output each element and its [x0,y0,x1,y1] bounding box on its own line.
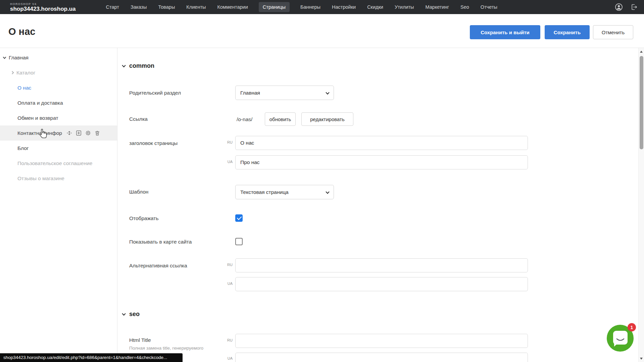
link-label: Ссылка [129,116,148,122]
display-label: Отображать [129,215,159,221]
tree-item-blog[interactable]: Блог [0,141,117,156]
select-chevron-icon [326,91,329,94]
template-select[interactable]: Текстовая страница [235,185,334,199]
scroll-up-arrow-icon[interactable] [640,51,643,53]
add-page-icon[interactable] [76,130,82,136]
menu-item-banners[interactable]: Баннеры [300,2,321,12]
account-icon[interactable] [614,3,623,11]
tree-item-home[interactable]: Главная [0,50,117,65]
chat-widget-button[interactable]: 1 [607,325,634,352]
chat-bubble-icon [613,331,628,345]
menu-item-reports[interactable]: Отчеты [480,2,498,12]
save-button[interactable]: Сохранить [545,25,590,39]
top-navigation-bar: HOROSHOP V4 shop34423.horoshop.ua Старт … [0,0,644,14]
brand-domain: shop34423.horoshop.ua [10,6,76,12]
link-refresh-button[interactable]: обновить [265,112,296,126]
main-menu: Старт Заказы Товары Клиенты Комментарии … [105,2,498,12]
pages-tree-sidebar: Главная Каталог О нас Оплата и доставка … [0,48,117,362]
menu-item-utilities[interactable]: Утилиты [394,2,415,12]
chat-unread-badge: 1 [628,323,636,331]
chevron-right-icon[interactable] [11,71,14,74]
tree-item-user-agreement[interactable]: Пользовательское соглашение [0,156,117,171]
html-title-hint: Полная замена title, генерируемого [129,346,203,351]
tree-item-store-reviews[interactable]: Отзывы о магазине [0,171,117,186]
save-and-exit-button[interactable]: Сохранить и выйти [470,25,540,39]
sitemap-label: Показывать в карте сайта [129,239,192,245]
lang-badge-ru: RU [221,338,233,342]
page-title-ru-input[interactable] [235,136,528,150]
menu-item-comments[interactable]: Комментарии [216,2,248,12]
menu-item-start[interactable]: Старт [105,2,120,12]
tree-item-exchange-return[interactable]: Обмен и возврат [0,110,117,125]
menu-item-settings[interactable]: Настройки [331,2,356,12]
brand-logo[interactable]: HOROSHOP V4 shop34423.horoshop.ua [10,3,76,12]
html-title-ua-input[interactable] [235,353,528,362]
parent-section-label: Родительский раздел [129,90,181,96]
lang-badge-ua: UA [221,281,233,286]
lang-badge-ru: RU [221,263,233,267]
parent-section-select[interactable]: Главная [235,86,334,100]
lang-badge-ru: RU [221,140,233,144]
browser-status-url: shop34423.horoshop.ua/edit/edit.php?id=6… [0,353,183,362]
tree-row-actions [66,130,100,136]
select-chevron-icon [326,190,329,194]
move-icon[interactable] [66,130,72,136]
template-label: Шаблон [129,189,148,195]
scroll-down-arrow-icon[interactable] [640,358,643,360]
page-title-ua-input[interactable] [235,155,528,169]
link-path: /o-nas/ [237,116,252,122]
section-common[interactable]: common [122,62,154,69]
alt-link-label: Альтернативная ссылка [129,263,187,269]
menu-item-orders[interactable]: Заказы [130,2,147,12]
tree-item-catalog[interactable]: Каталог [0,65,117,80]
admin-page: HOROSHOP V4 shop34423.horoshop.ua Старт … [0,0,644,362]
topbar-actions [614,3,638,11]
menu-item-seo[interactable]: Seo [460,2,470,12]
lang-badge-ua: UA [221,356,233,360]
scrollbar-thumb[interactable] [640,56,643,149]
menu-item-clients[interactable]: Клиенты [186,2,206,12]
html-title-label: Html Title [129,337,151,343]
section-collapse-icon [122,63,126,67]
tree-item-about[interactable]: О нас [0,80,117,95]
menu-item-products[interactable]: Товары [157,2,176,12]
delete-trash-icon[interactable] [95,130,100,136]
alt-link-ua-input[interactable] [235,277,528,291]
page-title-field-label: заголовок страницы [129,140,178,146]
vertical-scrollbar[interactable] [638,48,644,362]
display-checkbox[interactable] [235,214,243,222]
settings-gear-icon[interactable] [85,130,91,136]
chevron-down-icon[interactable] [3,55,6,59]
alt-link-ru-input[interactable] [235,258,528,272]
brand-version: HOROSHOP V4 [10,3,76,6]
tree-item-contact-info[interactable]: Контактная инфор [0,125,117,141]
menu-item-discounts[interactable]: Скидки [366,2,384,12]
tree-item-payment-delivery[interactable]: Оплата и доставка [0,95,117,110]
lang-badge-ua: UA [221,160,233,164]
section-collapse-icon [122,312,126,315]
html-title-ru-input[interactable] [235,334,528,348]
logout-icon[interactable] [630,3,638,11]
menu-item-marketing[interactable]: Маркетинг [425,2,450,12]
sitemap-checkbox[interactable] [235,238,243,245]
page-title: О нас [8,26,35,37]
cancel-button[interactable]: Отменить [593,25,633,39]
link-edit-button[interactable]: редактировать [301,112,353,126]
menu-item-pages[interactable]: Страницы [259,2,290,12]
section-seo[interactable]: seo [122,311,140,318]
